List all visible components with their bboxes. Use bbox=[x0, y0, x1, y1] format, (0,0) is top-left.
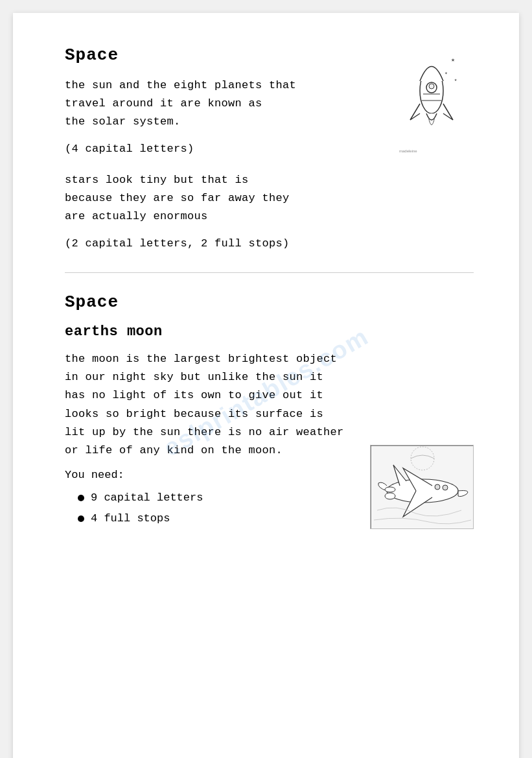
svg-text:✦: ✦ bbox=[445, 70, 448, 76]
bullet-dot-icon bbox=[78, 515, 84, 522]
svg-point-11 bbox=[385, 493, 395, 499]
bullet-dot-icon bbox=[78, 495, 84, 501]
bullet-item-2-text: 4 full stops bbox=[91, 508, 170, 529]
section1-paragraph1: the sun and the eight planets that trave… bbox=[65, 77, 402, 131]
section2-subtitle: earths moon bbox=[65, 324, 474, 340]
section-1: Space ★ ✦ ★ bbox=[65, 45, 474, 253]
svg-point-13 bbox=[443, 485, 448, 490]
svg-text:★: ★ bbox=[451, 56, 455, 64]
rocket-icon: ★ ✦ ★ madeleine bbox=[396, 45, 467, 156]
svg-point-14 bbox=[435, 484, 440, 490]
svg-point-5 bbox=[429, 84, 434, 89]
section2-paragraph: the moon is the largest brightest object… bbox=[65, 350, 428, 459]
svg-text:★: ★ bbox=[454, 77, 457, 82]
section-2: Space earths moon the moon is the larges… bbox=[65, 292, 474, 529]
rocket-illustration: ★ ✦ ★ madeleine bbox=[396, 45, 480, 162]
space-shuttle-icon bbox=[370, 445, 474, 529]
svg-text:madeleine: madeleine bbox=[399, 149, 417, 153]
svg-point-12 bbox=[385, 487, 395, 492]
section1-paragraph2: stars look tiny but that is because they… bbox=[65, 171, 408, 226]
page: eslprintables.com Space ★ ✦ bbox=[13, 13, 519, 758]
bullet-item-1-text: 9 capital letters bbox=[91, 488, 203, 508]
section-divider bbox=[65, 272, 474, 273]
section1-hint2: (2 capital letters, 2 full stops) bbox=[65, 235, 474, 253]
section2-title: Space bbox=[65, 292, 474, 312]
